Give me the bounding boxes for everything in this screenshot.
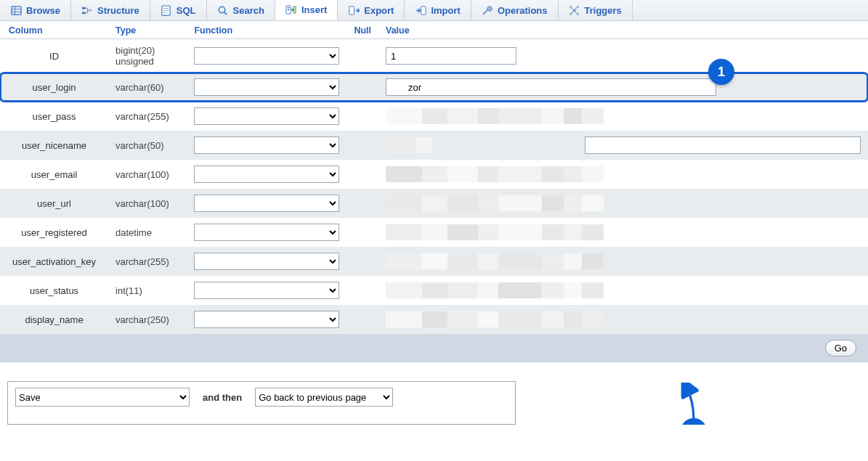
svg-rect-17 (349, 6, 354, 14)
redacted-value (386, 253, 861, 269)
null-cell (346, 160, 378, 189)
svg-rect-0 (11, 6, 20, 14)
svg-rect-5 (82, 12, 86, 14)
column-name: user_activation_key (0, 247, 108, 276)
tab-label: SQL (177, 5, 196, 16)
tab-import[interactable]: Import (405, 0, 471, 20)
function-select[interactable] (194, 78, 339, 96)
insert-table: Column Type Function Null Value IDbigint… (0, 21, 868, 362)
tab-label: Search (233, 5, 264, 16)
null-cell (346, 39, 378, 73)
value-input[interactable] (585, 136, 861, 154)
column-name: user_status (0, 276, 108, 305)
structure-icon (81, 4, 93, 16)
tab-triggers[interactable]: Triggers (559, 0, 633, 20)
redacted-value (386, 282, 861, 298)
tabs-bar: Browse Structure SQL Search Insert Expor… (0, 0, 868, 21)
row-display_name: display_namevarchar(250) (0, 305, 868, 334)
row-user_login: user_loginvarchar(60) (0, 73, 868, 102)
svg-rect-16 (294, 6, 296, 12)
th-column: Column (0, 21, 108, 39)
function-select[interactable] (194, 224, 339, 241)
row-user_status: user_statusint(11) (0, 276, 868, 305)
function-select[interactable] (194, 282, 339, 299)
svg-point-20 (576, 5, 579, 8)
row-user_url: user_urlvarchar(100) (0, 189, 868, 218)
tab-operations[interactable]: Operations (471, 0, 559, 20)
tab-browse[interactable]: Browse (0, 0, 71, 20)
column-name: user_url (0, 189, 108, 218)
tab-export[interactable]: Export (338, 0, 405, 20)
column-type: varchar(255) (108, 102, 187, 131)
value-cell (378, 131, 868, 160)
function-select[interactable] (194, 253, 339, 270)
tab-label: Import (431, 5, 460, 16)
function-select[interactable] (194, 166, 339, 183)
tab-label: Export (364, 5, 394, 16)
insert-action-select[interactable]: Save (15, 388, 190, 407)
tab-insert[interactable]: Insert (275, 0, 338, 20)
import-icon (415, 4, 426, 16)
callout-badge-1: 1 (708, 59, 734, 85)
null-cell (346, 276, 378, 305)
svg-point-21 (569, 12, 572, 15)
export-icon (348, 4, 360, 16)
row-user_pass: user_passvarchar(255) (0, 102, 868, 131)
insert-form: Column Type Function Null Value IDbigint… (0, 21, 868, 362)
tab-search[interactable]: Search (207, 0, 275, 20)
function-select[interactable] (194, 107, 339, 125)
column-type: bigint(20) unsigned (108, 39, 187, 73)
wrench-icon (482, 4, 493, 16)
search-icon (217, 4, 229, 16)
function-select[interactable] (194, 47, 339, 65)
column-type: varchar(50) (108, 131, 187, 160)
tab-sql[interactable]: SQL (150, 0, 207, 20)
value-cell (378, 218, 868, 247)
column-type: varchar(60) (108, 73, 187, 102)
column-type: varchar(100) (108, 189, 187, 218)
value-cell (378, 247, 868, 276)
column-name: user_email (0, 160, 108, 189)
column-name: user_login (0, 73, 108, 102)
redacted-value (386, 108, 861, 124)
null-cell (346, 305, 378, 334)
svg-point-19 (569, 5, 572, 8)
null-cell (346, 189, 378, 218)
null-cell (346, 247, 378, 276)
after-insert-select[interactable]: Go back to previous page (255, 388, 393, 407)
value-cell (378, 73, 868, 102)
function-select[interactable] (194, 195, 339, 212)
svg-rect-15 (288, 9, 290, 9)
tab-structure[interactable]: Structure (71, 0, 150, 20)
redacted-value (386, 166, 861, 182)
column-name: user_registered (0, 218, 108, 247)
column-type: datetime (108, 218, 187, 247)
triggers-icon (569, 4, 580, 16)
value-input[interactable] (386, 78, 716, 96)
value-cell (378, 160, 868, 189)
redacted-value (386, 224, 861, 240)
tab-label: Operations (498, 5, 548, 16)
insert-icon (285, 4, 297, 15)
svg-point-11 (219, 7, 224, 12)
after-insert-panel: Save and then Go back to previous page (7, 381, 516, 425)
redacted-value (386, 311, 861, 327)
row-ID: IDbigint(20) unsigned (0, 39, 868, 73)
row-user_registered: user_registereddatetime (0, 218, 868, 247)
sql-icon (161, 4, 172, 16)
function-select[interactable] (194, 311, 339, 328)
function-select[interactable] (194, 136, 339, 154)
go-button[interactable]: Go (825, 340, 856, 356)
value-input[interactable] (386, 47, 516, 65)
column-name: ID (0, 39, 108, 73)
null-cell (346, 73, 378, 102)
th-value: Value (378, 21, 868, 39)
null-cell (346, 218, 378, 247)
and-then-label: and then (203, 392, 242, 403)
column-type: varchar(100) (108, 160, 187, 189)
svg-point-22 (576, 12, 579, 15)
column-type: varchar(255) (108, 247, 187, 276)
th-function: Function (187, 21, 346, 39)
row-user_email: user_emailvarchar(100) (0, 160, 868, 189)
value-cell (378, 102, 868, 131)
